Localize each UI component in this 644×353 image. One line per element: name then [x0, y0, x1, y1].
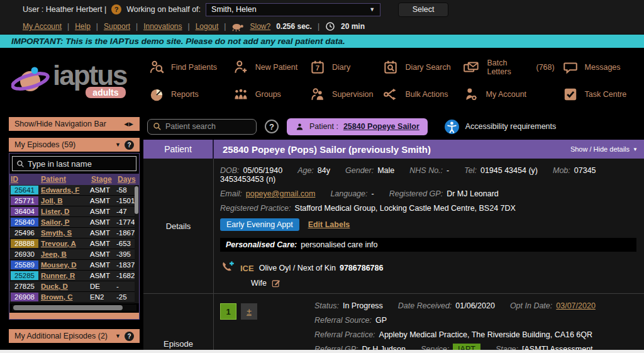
user-label: User : Heather Herbert | — [23, 5, 106, 14]
nav-groups[interactable]: Groups — [233, 86, 309, 103]
accessibility-label: Accessibility requirements — [465, 122, 557, 131]
current-patient-pill[interactable]: Patient : 25840 Popeye Sailor — [287, 118, 428, 135]
ice-relation-row: Wife — [251, 278, 638, 288]
patient-section-label: Patient — [143, 140, 214, 159]
link-help[interactable]: Help — [75, 22, 91, 31]
show-hide-details-toggle[interactable]: Show / Hide details ▼ — [570, 145, 644, 153]
toggle-arrows-icon: ◀▶ — [124, 121, 134, 127]
ice-label: ICE — [240, 264, 254, 273]
svg-text:7: 7 — [316, 64, 319, 72]
episode-row[interactable]: 25585Gimbal , DEN2-1429 — [9, 303, 139, 303]
episode-patient-link[interactable]: Mousey, D — [40, 261, 90, 270]
nav-find-patients[interactable]: Find Patients — [148, 59, 233, 77]
episodes-panel: ID Patient Stage Days 25641Edwards, FASM… — [9, 153, 140, 320]
episode-id: 26908 — [11, 293, 38, 301]
nav-my-account[interactable]: My Account — [463, 86, 562, 103]
patient-search-row: ? Patient : 25840 Popeye Sailor Accessib… — [143, 113, 644, 140]
episode-row[interactable]: 28888Trevour, AASMT-653 — [9, 238, 139, 249]
nav-label: Task Centre — [585, 90, 627, 99]
field-value: 05/05/1940 — [243, 166, 283, 175]
episode-patient-link[interactable]: Brown, C — [40, 293, 90, 302]
horizontal-scrollbar[interactable] — [12, 305, 136, 311]
episode-stage: ASMT — [90, 197, 116, 205]
nav-diary[interactable]: 7 Diary — [309, 59, 382, 77]
nav-task-centre[interactable]: Task Centre — [562, 86, 635, 103]
episodes-help-icon[interactable]: ? — [125, 140, 134, 150]
episode-patient-link[interactable]: Runner, R — [40, 271, 90, 281]
column-days[interactable]: Days — [118, 175, 139, 184]
column-stage[interactable]: Stage — [91, 175, 118, 184]
field-line: Referral Practice:Appleby Medical Practi… — [314, 330, 638, 339]
field-label: Referral Practice: — [314, 330, 375, 339]
last-name-search[interactable] — [12, 156, 136, 171]
field-value: Dr MJ Leonard — [447, 189, 499, 198]
episode-patient-link[interactable]: Smyth, S — [40, 228, 90, 238]
nav-label: Groups — [255, 90, 281, 99]
nav-messages[interactable]: Messages — [562, 59, 635, 77]
episode-row[interactable]: 25589Mousey, DASMT-1837 — [9, 260, 139, 271]
nav-batch-letters[interactable]: Batch Letters (768) — [463, 59, 562, 77]
field-value: 01/06/2020 — [455, 301, 495, 310]
app-header: iaptus adults Find Patients New Patient … — [0, 48, 644, 113]
episode-row[interactable]: 25840Sailor, PASMT-1774 — [9, 217, 139, 228]
column-id[interactable]: ID — [11, 175, 41, 184]
nav-bulk-actions[interactable]: Bulk Actions — [382, 86, 463, 103]
my-additional-episodes-header[interactable]: My Additional Episodes (2) ▼ ? — [9, 329, 140, 343]
episode-stage: ASMT — [90, 208, 116, 215]
episode-id: 25641 — [11, 186, 38, 194]
patient-search-box[interactable] — [147, 119, 257, 135]
early-evening-appt-button[interactable]: Early Evening Appt — [220, 218, 299, 231]
episode-patient-link[interactable]: Jeep, B — [40, 250, 90, 259]
episode-add-remove-button[interactable]: ± — [241, 303, 257, 320]
toggle-navigation-bar[interactable]: Show/Hide Navigation Bar ◀▶ — [9, 117, 140, 131]
episode-patient-link[interactable]: Edwards, F — [40, 186, 90, 195]
episode-row[interactable]: 27825Duck, DDE- — [9, 281, 139, 292]
link-logout[interactable]: Logout — [196, 22, 219, 31]
nav-reports[interactable]: Reports — [148, 86, 233, 103]
link-my-account[interactable]: My Account — [23, 22, 62, 31]
link-innovations[interactable]: Innovations — [143, 22, 182, 31]
edit-labels-link[interactable]: Edit Labels — [308, 220, 350, 229]
episode-patient-link[interactable]: Lister, D — [40, 207, 90, 216]
episode-row[interactable]: 26930Jeep, BASMT-395 — [9, 249, 139, 260]
episode-patient-link[interactable]: Trevour, A — [40, 239, 90, 249]
link-support[interactable]: Support — [104, 22, 130, 31]
my-episodes-header[interactable]: My Episodes (59) ▼ ? — [9, 138, 140, 152]
patient-pill-link[interactable]: 25840 Popeye Sailor — [343, 122, 419, 131]
session-clock-icon — [325, 21, 335, 31]
episode-row[interactable]: 26908Brown, CEN2-25 — [9, 292, 139, 303]
nav-new-patient[interactable]: New Patient — [233, 59, 309, 77]
iaptus-logo[interactable]: iaptus adults — [0, 62, 142, 99]
select-button[interactable]: Select — [398, 3, 448, 17]
select-arrow-icon: ▼ — [369, 6, 375, 13]
slow-link[interactable]: Slow? — [250, 22, 270, 31]
nav-diary-search[interactable]: Diary Search — [382, 59, 463, 77]
episode-row[interactable]: 36404Lister, DASMT-47 — [9, 206, 139, 217]
episode-id: 26930 — [11, 250, 38, 259]
episode-patient-link[interactable]: Joll, B — [40, 196, 90, 206]
vertical-scrollbar[interactable] — [135, 185, 139, 303]
field-value: 01945 43454 (y) — [480, 166, 538, 175]
episode-row[interactable]: 25285Runner, RASMT-1682 — [9, 271, 139, 281]
search-help-icon[interactable]: ? — [265, 120, 279, 133]
field-link[interactable]: 03/07/2020 — [556, 301, 596, 310]
episode-id: 25589 — [11, 261, 38, 269]
nav-supervision[interactable]: Supervision — [309, 86, 382, 103]
edit-contact-icon[interactable] — [271, 278, 281, 288]
user-help-icon[interactable]: ? — [111, 4, 121, 14]
episode-patient-link[interactable]: Duck, D — [40, 282, 90, 291]
last-name-input[interactable] — [28, 159, 132, 169]
episode-patient-link[interactable]: Sailor, P — [40, 218, 90, 227]
episode-row[interactable]: 25641Edwards, FASMT-58 — [9, 185, 139, 196]
episode-row[interactable]: 25771Joll, BASMT-1501 — [9, 196, 139, 206]
additional-episodes-help-icon[interactable]: ? — [125, 332, 134, 341]
my-account-icon — [463, 86, 479, 103]
accessibility-requirements[interactable]: Accessibility requirements — [444, 119, 557, 135]
page: User : Heather Herbert | ? Working on be… — [0, 0, 644, 353]
working-on-behalf-select[interactable]: Smith, Helen ▼ — [206, 3, 380, 16]
patient-search-input[interactable] — [165, 122, 251, 131]
column-patient[interactable]: Patient — [41, 175, 91, 184]
episode-number-button[interactable]: 1 — [220, 303, 236, 320]
episode-row[interactable]: 25496Smyth, SASMT-1867 — [9, 228, 139, 238]
field-link[interactable]: popeye@gmail.com — [246, 189, 316, 198]
